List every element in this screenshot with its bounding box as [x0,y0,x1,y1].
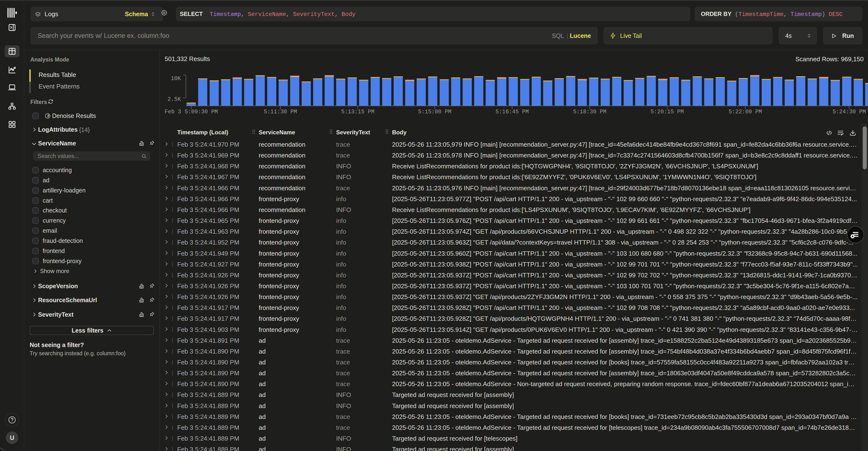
svg-text:5:18:30 PM: 5:18:30 PM [573,109,607,115]
svg-text:2.5K: 2.5K [167,96,181,102]
svg-text:5:20:15 PM: 5:20:15 PM [651,109,684,115]
svg-text:5:22:00 PM: 5:22:00 PM [728,109,762,115]
svg-text:5:24:30 PM: 5:24:30 PM [833,109,866,115]
svg-text:5:16:45 PM: 5:16:45 PM [495,109,529,115]
svg-text:Feb 3 5:09:30 PM: Feb 3 5:09:30 PM [165,109,218,115]
svg-text:5:15:00 PM: 5:15:00 PM [418,109,452,115]
svg-text:5:11:30 PM: 5:11:30 PM [264,109,297,115]
svg-text:5:13:15 PM: 5:13:15 PM [341,109,374,115]
svg-text:10K: 10K [171,76,181,82]
